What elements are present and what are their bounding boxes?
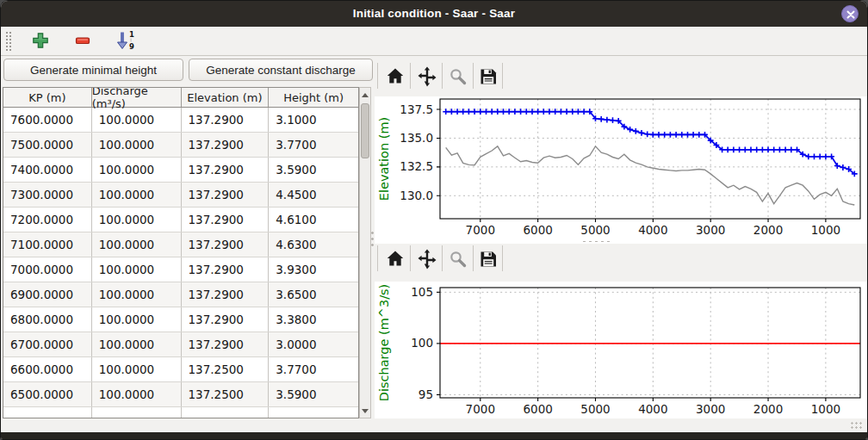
table-cell[interactable]: 137.2900 <box>182 307 270 332</box>
column-header[interactable]: KP (m) <box>3 88 92 107</box>
table-cell[interactable]: 100.0000 <box>92 208 182 232</box>
table-cell[interactable]: 100.0000 <box>92 232 182 257</box>
table-cell[interactable]: 7100.0000 <box>3 232 92 257</box>
arrow-down-icon <box>362 409 369 413</box>
table-cell[interactable]: 100.0000 <box>92 307 182 332</box>
table-cell[interactable]: 137.2900 <box>182 158 270 182</box>
table-cell[interactable]: 100.0000 <box>92 332 182 356</box>
table-cell[interactable]: 3.3800 <box>269 307 358 332</box>
table-cell[interactable]: 100.0000 <box>92 108 182 132</box>
horizontal-splitter-handle[interactable] <box>581 239 612 244</box>
table-cell[interactable] <box>269 407 358 418</box>
table-cell[interactable] <box>92 407 182 418</box>
scroll-up-button[interactable] <box>360 88 370 102</box>
table-cell[interactable]: 7400.0000 <box>3 158 92 182</box>
pan-icon <box>416 248 438 270</box>
elevation-chart[interactable]: 7000600050004000300020001000130.0132.513… <box>375 96 867 244</box>
save-button[interactable] <box>477 65 499 88</box>
scrollbar-thumb[interactable] <box>361 103 369 158</box>
discharge-chart[interactable]: 700060005000400030002000100095100105Disc… <box>375 282 867 418</box>
main-toolbar: 1 : 9 <box>1 27 867 56</box>
x-tick-label: 6000 <box>523 402 552 416</box>
home-button[interactable] <box>384 248 406 270</box>
table-cell[interactable] <box>182 407 270 418</box>
table-row: 7100.0000100.0000137.29004.6300 <box>3 232 358 257</box>
zoom-button[interactable] <box>447 248 469 270</box>
table-cell[interactable]: 137.2900 <box>182 133 270 157</box>
table-cell[interactable]: 100.0000 <box>92 183 182 207</box>
table-cell[interactable]: 137.2900 <box>182 108 270 132</box>
x-tick-label: 2000 <box>753 223 783 237</box>
close-button[interactable] <box>841 5 859 22</box>
table-cell[interactable]: 3.5900 <box>269 158 358 182</box>
zoom-button[interactable] <box>447 65 469 88</box>
save-button[interactable] <box>477 248 499 270</box>
table-cell[interactable]: 3.7700 <box>269 133 358 157</box>
scroll-down-button[interactable] <box>360 404 370 418</box>
table-cell[interactable]: 7500.0000 <box>3 133 92 157</box>
home-icon <box>385 249 406 270</box>
column-header[interactable]: Height (m) <box>269 88 358 107</box>
table-cell[interactable]: 6700.0000 <box>3 332 92 356</box>
table-cell[interactable]: 7200.0000 <box>3 208 92 232</box>
table-cell[interactable]: 4.4500 <box>269 183 358 207</box>
table-cell[interactable]: 6500.0000 <box>3 382 92 406</box>
remove-icon <box>74 32 91 49</box>
y-axis-label: Elevation (m) <box>377 117 391 201</box>
table-cell[interactable]: 137.2900 <box>182 282 270 307</box>
svg-text::: : <box>130 36 132 42</box>
column-header[interactable]: Discharge (m³/s) <box>92 88 182 107</box>
toolbar-separator <box>502 245 503 271</box>
remove-row-button[interactable] <box>72 30 93 51</box>
table-cell[interactable] <box>3 407 92 418</box>
window-resize-grip[interactable] <box>850 421 862 430</box>
table-cell[interactable]: 4.6300 <box>269 232 358 257</box>
vertical-splitter-handle[interactable] <box>370 230 375 249</box>
table-cell[interactable]: 3.5900 <box>269 382 358 406</box>
table-cell[interactable]: 137.2900 <box>182 183 270 207</box>
table-cell[interactable]: 137.2900 <box>182 332 270 356</box>
table-row: 6500.0000100.0000137.25003.5900 <box>3 382 358 407</box>
pan-button[interactable] <box>416 65 438 88</box>
titlebar[interactable]: Initial condition - Saar - Saar <box>1 1 867 27</box>
table-body: 7600.0000100.0000137.29003.10007500.0000… <box>3 108 358 418</box>
table-cell[interactable]: 100.0000 <box>92 133 182 157</box>
table-cell[interactable]: 137.2500 <box>182 382 270 406</box>
x-tick-label: 2000 <box>753 402 783 416</box>
table-cell[interactable]: 7000.0000 <box>3 257 92 282</box>
table-cell[interactable]: 3.9300 <box>269 257 358 282</box>
table-cell[interactable]: 100.0000 <box>92 282 182 307</box>
toolbar-drag-handle[interactable] <box>5 31 11 51</box>
add-row-button[interactable] <box>30 30 51 51</box>
table-cell[interactable]: 6600.0000 <box>3 357 92 381</box>
pan-button[interactable] <box>416 248 438 270</box>
table-cell[interactable]: 137.2900 <box>182 208 270 232</box>
generate-minimal-height-button[interactable]: Generate minimal height <box>3 59 183 81</box>
table-cell[interactable]: 3.6500 <box>269 282 358 307</box>
table-cell[interactable]: 3.7700 <box>269 357 358 381</box>
table-cell[interactable]: 7300.0000 <box>3 183 92 207</box>
table-cell[interactable]: 6900.0000 <box>3 282 92 307</box>
table-cell[interactable]: 137.2900 <box>182 257 270 282</box>
window-title: Initial condition - Saar - Saar <box>1 1 867 27</box>
table-cell[interactable]: 137.2900 <box>182 232 270 257</box>
toolbar-separator <box>377 63 378 89</box>
table-cell[interactable]: 3.1000 <box>269 108 358 132</box>
table-cell[interactable]: 4.6100 <box>269 208 358 232</box>
table-cell[interactable]: 3.0000 <box>269 332 358 356</box>
x-tick-label: 5000 <box>580 402 610 416</box>
sort-rows-button[interactable]: 1 : 9 <box>114 30 140 51</box>
x-tick-label: 3000 <box>696 402 725 416</box>
table-cell[interactable]: 6800.0000 <box>3 307 92 332</box>
table-cell[interactable]: 137.2500 <box>182 357 270 381</box>
table-cell[interactable]: 7600.0000 <box>3 108 92 132</box>
generate-constant-discharge-button[interactable]: Generate constant discharge <box>189 59 373 81</box>
table-scrollbar[interactable] <box>359 87 371 418</box>
home-button[interactable] <box>384 65 406 88</box>
table-cell[interactable]: 100.0000 <box>92 257 182 282</box>
table-cell[interactable]: 100.0000 <box>92 382 182 406</box>
table-cell[interactable]: 100.0000 <box>92 158 182 182</box>
x-tick-label: 3000 <box>696 223 725 237</box>
column-header[interactable]: Elevation (m) <box>182 88 270 107</box>
table-cell[interactable]: 100.0000 <box>92 357 182 381</box>
